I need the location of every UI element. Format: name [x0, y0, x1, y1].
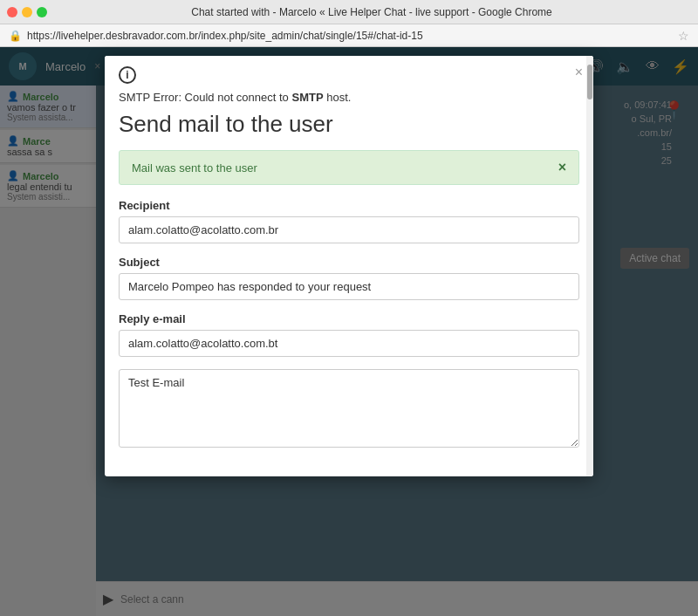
window-maximize-button[interactable] [37, 7, 47, 17]
email-body-field-group: Test E-mail [119, 369, 579, 450]
recipient-label: Recipient [119, 199, 579, 212]
reply-email-label: Reply e-mail [119, 312, 579, 325]
smtp-error-message: SMTP Error: Could not connect to SMTP ho… [119, 91, 579, 104]
bookmark-icon[interactable]: ☆ [678, 29, 689, 43]
modal-info-icon: i [119, 66, 136, 84]
dismiss-alert-button[interactable]: × [558, 160, 566, 175]
browser-url[interactable]: https://livehelper.desbravador.com.br/in… [27, 30, 673, 42]
ssl-lock-icon: 🔒 [9, 30, 22, 42]
window-minimize-button[interactable] [22, 7, 32, 17]
modal-scrollbar[interactable] [586, 56, 593, 476]
recipient-input[interactable] [119, 216, 579, 243]
modal-close-button[interactable]: × [575, 65, 583, 80]
modal-header: i [105, 56, 593, 91]
smtp-bold: SMTP [291, 91, 323, 104]
subject-field-group: Subject [119, 256, 579, 300]
recipient-field-group: Recipient [119, 199, 579, 243]
browser-title: Chat started with - Marcelo « Live Helpe… [52, 6, 691, 18]
app-area: M Marcelo × 🔊 🔈 👁 ⚡ 👤 Marcelo vamos faze… [0, 47, 698, 616]
reply-email-field-group: Reply e-mail [119, 312, 579, 357]
modal-scrollbar-thumb [587, 65, 592, 99]
subject-label: Subject [119, 256, 579, 269]
smtp-error-suffix: host. [324, 91, 352, 104]
success-alert: Mail was sent to the user × [119, 150, 579, 185]
success-message: Mail was sent to the user [132, 161, 257, 175]
browser-window-controls [7, 7, 47, 17]
subject-input[interactable] [119, 273, 579, 300]
browser-addressbar: 🔒 https://livehelper.desbravador.com.br/… [0, 24, 698, 47]
modal-body: SMTP Error: Could not connect to SMTP ho… [105, 91, 593, 476]
browser-titlebar: Chat started with - Marcelo « Live Helpe… [0, 0, 698, 24]
reply-email-input[interactable] [119, 330, 579, 357]
modal-title: Send mail to the user [119, 111, 579, 138]
window-close-button[interactable] [7, 7, 17, 17]
modal-overlay: i × SMTP Error: Could not connect to SMT… [0, 47, 698, 616]
send-mail-modal: i × SMTP Error: Could not connect to SMT… [105, 56, 593, 476]
email-body-textarea[interactable]: Test E-mail [119, 369, 579, 448]
smtp-error-prefix: SMTP Error: Could not connect to [119, 91, 291, 104]
